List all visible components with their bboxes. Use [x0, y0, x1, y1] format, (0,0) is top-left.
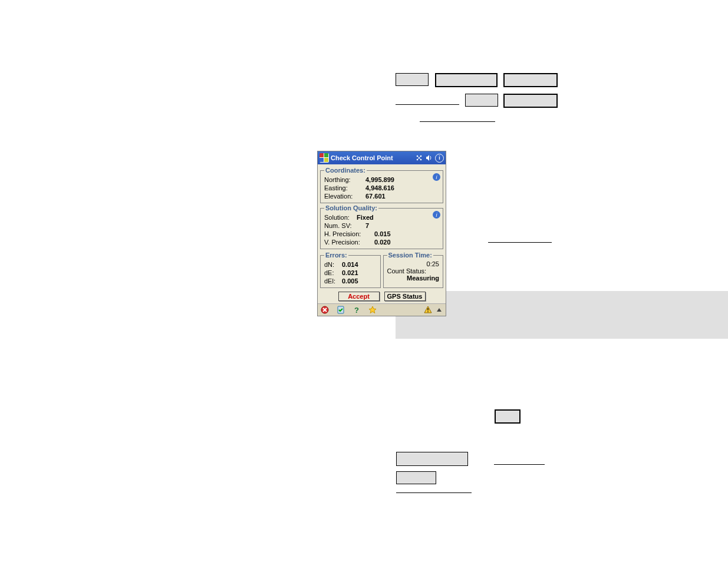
window-title: Check Control Point	[331, 154, 413, 161]
easting-value: 4,948.616	[365, 184, 394, 192]
info-icon[interactable]: i	[435, 154, 444, 163]
svg-rect-7	[427, 308, 428, 310]
clipboard-check-icon[interactable]	[336, 306, 345, 315]
hprec-label: H. Precision:	[324, 230, 374, 238]
group-info-icon[interactable]: i	[433, 211, 440, 219]
close-icon[interactable]	[320, 306, 329, 315]
numsv-label: Num. SV:	[324, 222, 365, 230]
check-control-point-window: Check Control Point i Coordinates: i Nor…	[317, 151, 446, 316]
windows-flag-icon	[319, 153, 329, 163]
errors-group: Errors: dN:0.014 dE:0.021 dEl:0.005	[320, 252, 381, 288]
del-value: 0.005	[342, 277, 358, 285]
panel-body: Coordinates: i Northing:4,995.899 Eastin…	[318, 164, 446, 303]
elevation-value: 67.601	[365, 192, 386, 200]
warning-icon[interactable]	[423, 306, 432, 315]
speaker-icon[interactable]	[425, 154, 433, 161]
decor-box	[435, 73, 498, 87]
decor-box	[503, 94, 558, 108]
accept-button[interactable]: Accept	[338, 292, 380, 301]
solution-label: Solution:	[324, 213, 357, 222]
solution-value: Fixed	[357, 213, 374, 222]
solution-quality-group: Solution Quality: i Solution:Fixed Num. …	[320, 204, 443, 249]
decor-underline	[488, 242, 552, 243]
del-label: dEl:	[324, 277, 342, 285]
group-info-icon[interactable]: i	[433, 173, 440, 181]
de-label: dE:	[324, 269, 342, 277]
elevation-label: Elevation:	[324, 192, 365, 200]
decor-box	[465, 94, 498, 107]
count-status-label: Count Status:	[387, 267, 440, 275]
coordinates-legend: Coordinates:	[324, 167, 367, 174]
decor-box	[396, 471, 436, 484]
svg-rect-8	[427, 311, 428, 312]
errors-legend: Errors:	[324, 252, 348, 259]
connection-icon[interactable]	[415, 154, 423, 161]
decor-underline	[420, 121, 495, 122]
dn-value: 0.014	[342, 260, 358, 269]
solution-quality-legend: Solution Quality:	[324, 204, 378, 211]
decor-box	[396, 73, 429, 86]
star-icon[interactable]	[368, 306, 377, 315]
decor-box	[396, 452, 468, 466]
session-time-group: Session Time: 0:25 Count Status: Measuri…	[383, 252, 444, 288]
hprec-value: 0.015	[374, 230, 391, 238]
gps-status-button[interactable]: GPS Status	[384, 292, 426, 301]
decor-underline	[494, 464, 545, 465]
session-time-legend: Session Time:	[387, 252, 433, 259]
northing-value: 4,995.899	[365, 176, 394, 184]
titlebar: Check Control Point i	[318, 151, 446, 164]
dn-label: dN:	[324, 260, 342, 269]
decor-box	[495, 409, 521, 424]
bottom-toolbar: ?	[318, 303, 446, 316]
session-time-value: 0:25	[387, 260, 440, 267]
easting-label: Easting:	[324, 184, 365, 192]
decor-box	[503, 73, 558, 87]
help-icon[interactable]: ?	[352, 306, 361, 315]
de-value: 0.021	[342, 269, 358, 277]
vprec-value: 0.020	[374, 238, 391, 246]
svg-text:?: ?	[354, 306, 359, 314]
decor-underline	[396, 492, 472, 493]
numsv-value: 7	[365, 222, 369, 230]
arrow-up-icon[interactable]	[434, 306, 443, 315]
count-status-value: Measuring	[387, 275, 440, 282]
coordinates-group: Coordinates: i Northing:4,995.899 Eastin…	[320, 167, 443, 203]
decor-underline	[396, 104, 459, 105]
vprec-label: V. Precision:	[324, 238, 374, 246]
northing-label: Northing:	[324, 176, 365, 184]
